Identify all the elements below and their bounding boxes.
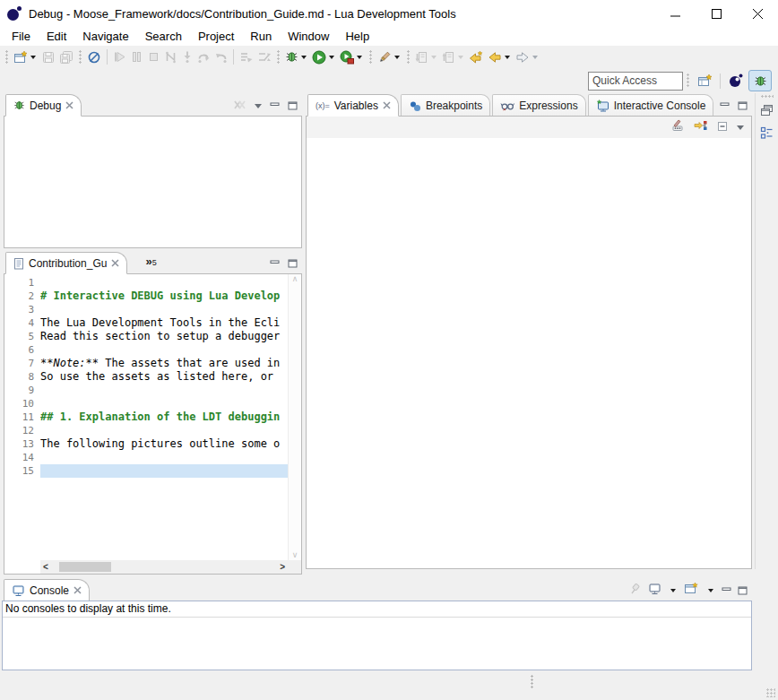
new-dropdown-arrow[interactable] xyxy=(30,56,36,59)
external-tools-button[interactable] xyxy=(376,47,403,68)
next-annotation-button[interactable] xyxy=(413,47,440,68)
step-into-selection-button[interactable] xyxy=(255,47,273,68)
forward-button[interactable] xyxy=(514,47,541,68)
previous-annotation-dropdown-arrow[interactable] xyxy=(458,56,463,59)
disconnect-button[interactable] xyxy=(162,47,179,68)
terminate-button[interactable] xyxy=(145,47,162,68)
open-console-button[interactable] xyxy=(684,582,699,599)
lua-perspective-button[interactable] xyxy=(725,71,747,91)
run-dropdown-arrow[interactable] xyxy=(329,56,334,59)
open-perspective-button[interactable] xyxy=(694,71,715,91)
maximize-editor-button[interactable] xyxy=(288,255,298,272)
show-logical-structure-button[interactable] xyxy=(694,119,708,135)
skip-all-breakpoints-button[interactable] xyxy=(85,47,103,68)
collapse-all-button[interactable] xyxy=(716,119,729,135)
editor-vertical-scrollbar[interactable]: ∧ ∨ xyxy=(288,274,301,560)
new-button[interactable] xyxy=(12,47,39,68)
pin-console-button[interactable] xyxy=(629,583,642,599)
debug-dropdown-arrow[interactable] xyxy=(301,56,307,59)
hidden-editors-chevron[interactable]: »5 xyxy=(145,255,156,268)
menu-project[interactable]: Project xyxy=(190,28,242,45)
minimize-variables-button[interactable] xyxy=(720,98,730,114)
forward-dropdown-arrow[interactable] xyxy=(532,56,538,59)
menu-window[interactable]: Window xyxy=(280,28,337,45)
debug-button[interactable] xyxy=(283,47,310,68)
minimize-debug-view-button[interactable] xyxy=(270,98,280,114)
back-button[interactable] xyxy=(486,47,514,68)
menu-file[interactable]: File xyxy=(4,28,39,45)
close-editor-tab-button[interactable] xyxy=(111,259,119,267)
code-line xyxy=(40,343,288,357)
code-editor-area[interactable]: # Interactive DEBUG using Lua Develop Th… xyxy=(40,274,288,560)
step-over-button[interactable] xyxy=(195,47,212,68)
quick-access-input[interactable] xyxy=(588,72,683,91)
step-into-button[interactable] xyxy=(179,47,195,68)
tab-variables[interactable]: (x)= Variables xyxy=(307,94,399,117)
tab-interactive-console[interactable]: Interactive Console xyxy=(588,94,714,116)
step-return-icon xyxy=(214,50,228,64)
use-step-filters-button[interactable] xyxy=(238,47,255,68)
scroll-down-icon[interactable]: ∨ xyxy=(292,551,298,559)
tab-expressions[interactable]: Expressions xyxy=(492,94,585,116)
console-tab-bar: Console xyxy=(2,578,752,601)
toolbar-grip xyxy=(687,73,689,88)
save-button[interactable] xyxy=(39,47,57,68)
external-tools-dropdown-arrow[interactable] xyxy=(394,56,400,59)
display-selected-console-button[interactable] xyxy=(648,583,661,599)
maximize-variables-button[interactable] xyxy=(738,98,748,114)
show-type-names-button[interactable] xyxy=(671,119,686,135)
close-variables-tab-button[interactable] xyxy=(383,101,391,109)
scroll-left-icon[interactable]: < xyxy=(43,563,48,572)
editor-horizontal-scrollbar[interactable]: < > xyxy=(40,560,288,574)
debug-perspective-button[interactable] xyxy=(748,70,772,91)
close-window-button[interactable] xyxy=(737,0,778,27)
step-return-button[interactable] xyxy=(212,47,229,68)
open-console-dropdown-arrow[interactable] xyxy=(708,589,713,592)
editor-tab-label: Contribution_Gu xyxy=(29,257,107,270)
minimize-editor-button[interactable] xyxy=(270,255,280,272)
display-console-dropdown-arrow[interactable] xyxy=(670,589,676,592)
menu-navigate[interactable]: Navigate xyxy=(74,28,136,45)
minimize-window-button[interactable] xyxy=(654,0,696,27)
editor-tab-contribution-guide[interactable]: Contribution_Gu xyxy=(5,252,127,274)
console-tab[interactable]: Console xyxy=(4,579,90,601)
maximize-window-button[interactable] xyxy=(696,0,737,27)
scroll-right-icon[interactable]: > xyxy=(280,563,285,572)
close-icon xyxy=(65,101,73,109)
save-all-button[interactable] xyxy=(57,47,75,68)
debug-view-menu-button[interactable] xyxy=(255,104,262,108)
maximize-debug-view-button[interactable] xyxy=(288,98,298,114)
maximize-console-button[interactable] xyxy=(738,583,748,599)
horizontal-scroll-thumb[interactable] xyxy=(59,562,111,572)
restore-view-button[interactable] xyxy=(760,104,774,120)
trim-drag-handle[interactable] xyxy=(761,95,774,98)
minimize-console-button[interactable] xyxy=(722,583,731,599)
statusbar-drag-handle[interactable] xyxy=(531,675,533,689)
suspend-button[interactable] xyxy=(128,47,145,68)
line-number-gutter[interactable]: 123456789101112131415 xyxy=(4,274,39,560)
next-annotation-dropdown-arrow[interactable] xyxy=(431,56,437,59)
last-edit-location-button[interactable] xyxy=(467,47,486,68)
debug-view-content[interactable] xyxy=(4,117,302,248)
back-dropdown-arrow[interactable] xyxy=(505,56,510,59)
variables-view-menu-button[interactable] xyxy=(737,125,744,130)
coverage-dropdown-arrow[interactable] xyxy=(357,56,362,59)
maximize-icon xyxy=(738,101,748,110)
scroll-up-icon[interactable]: ∧ xyxy=(292,275,298,283)
menu-run[interactable]: Run xyxy=(242,28,280,45)
resume-button[interactable] xyxy=(111,47,128,68)
new-wizard-icon xyxy=(13,50,28,65)
debug-view-tab[interactable]: Debug xyxy=(5,94,82,117)
menu-help[interactable]: Help xyxy=(337,28,377,45)
window-resize-grip[interactable] xyxy=(766,688,775,697)
run-button[interactable] xyxy=(310,47,338,68)
menu-search[interactable]: Search xyxy=(137,28,190,45)
close-console-tab-button[interactable] xyxy=(73,586,82,594)
close-debug-view-button[interactable] xyxy=(65,101,73,109)
menu-edit[interactable]: Edit xyxy=(39,28,74,45)
remove-terminated-launches-button[interactable] xyxy=(233,98,246,114)
coverage-button[interactable] xyxy=(338,47,366,68)
outline-view-button[interactable] xyxy=(760,126,774,143)
tab-breakpoints[interactable]: Breakpoints xyxy=(401,94,490,116)
previous-annotation-button[interactable] xyxy=(440,47,467,68)
